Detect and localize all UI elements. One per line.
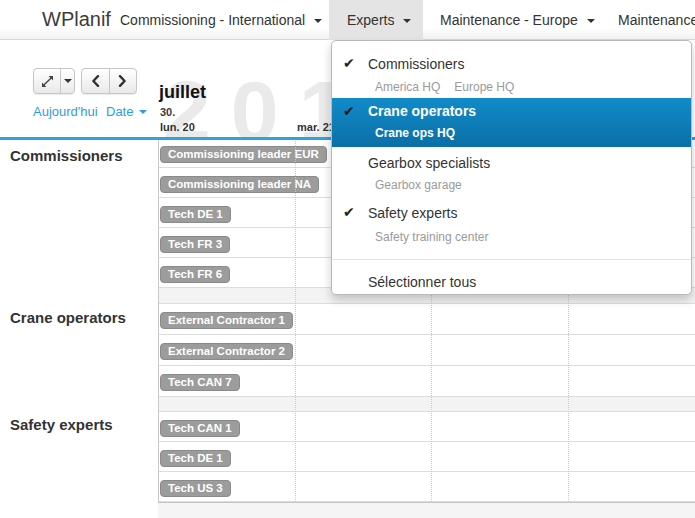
nav-commissioning-international[interactable]: Commissioning - International — [120, 12, 322, 28]
nav-label: Commissioning - International — [120, 12, 305, 28]
timeline-row[interactable]: Tech CAN 7 — [158, 366, 695, 397]
resource-pill[interactable]: Tech CAN 7 — [160, 374, 240, 391]
day-header-mon: lun. 20 — [160, 121, 195, 133]
resource-pill[interactable]: Tech FR 3 — [160, 236, 230, 253]
resource-pill[interactable]: Commissioning leader EUR — [160, 146, 327, 163]
resource-pill[interactable]: Tech US 3 — [160, 480, 231, 497]
menu-item-gearbox-specialists[interactable]: Gearbox specialists — [368, 154, 490, 172]
menu-subitem-safety-training-center[interactable]: Safety training center — [375, 229, 488, 245]
view-button-group — [33, 68, 75, 94]
navbar: WPlanif Commissioning - International Ex… — [0, 0, 695, 40]
experts-dropdown-menu: ✔ Commissioners America HQEurope HQ ✔ Cr… — [331, 40, 692, 295]
menu-subitem-crane-ops-hq[interactable]: Crane ops HQ — [375, 125, 455, 141]
menu-item-commissioners[interactable]: Commissioners — [368, 55, 464, 73]
month-title: juillet — [159, 82, 206, 103]
day-header-tue: mar. 21 — [297, 121, 335, 133]
nav-label: Experts — [347, 12, 411, 28]
resource-pill[interactable]: External Contractor 2 — [160, 343, 293, 360]
chevron-left-icon — [91, 75, 100, 87]
group-separator — [158, 397, 695, 412]
check-icon: ✔ — [343, 55, 355, 71]
menu-item-crane-operators[interactable]: Crane operators — [368, 102, 476, 120]
rows-crane-operators: External Contractor 1 External Contracto… — [158, 304, 695, 397]
resource-group-crane-operators: Crane operators — [10, 309, 126, 326]
date-menu-link[interactable]: Date — [106, 104, 147, 119]
check-icon: ✔ — [343, 103, 355, 119]
chevron-down-icon — [403, 19, 411, 23]
resource-pill[interactable]: Tech CAN 1 — [160, 420, 240, 437]
previous-button[interactable] — [82, 69, 109, 93]
chevron-right-icon — [118, 75, 127, 87]
nav-maintenance-europe[interactable]: Maintenance - Europe — [440, 12, 595, 28]
nav-label: Maintenance - Europe — [440, 12, 578, 28]
resource-pill[interactable]: Tech DE 1 — [160, 206, 231, 223]
resize-full-icon — [41, 75, 54, 88]
navigation-button-group — [81, 68, 137, 94]
menu-divider — [332, 259, 691, 260]
resource-pill[interactable]: Tech FR 6 — [160, 266, 230, 283]
chevron-down-icon — [139, 110, 147, 114]
resource-group-safety-experts: Safety experts — [10, 416, 113, 433]
menu-subitems: America HQEurope HQ — [375, 79, 528, 95]
today-link[interactable]: Aujourd'hui — [33, 104, 98, 119]
grid-footer-band — [158, 502, 695, 518]
timeline-row[interactable]: Tech CAN 1 — [158, 412, 695, 442]
resource-group-commissioners: Commissioners — [10, 147, 123, 164]
check-icon: ✔ — [343, 204, 355, 220]
timeline-row[interactable]: External Contractor 2 — [158, 335, 695, 366]
menu-subitem-america-hq[interactable]: America HQ — [375, 80, 440, 94]
grid-left-border — [158, 138, 159, 502]
menu-item-select-all[interactable]: Sélectionner tous — [332, 267, 691, 295]
menu-item-safety-experts[interactable]: Safety experts — [368, 204, 458, 222]
timeline-row[interactable]: Tech DE 1 — [158, 442, 695, 472]
timeline-row[interactable]: Tech US 3 — [158, 472, 695, 502]
select-all-label: Sélectionner tous — [368, 274, 476, 290]
menu-subitem-gearbox-garage[interactable]: Gearbox garage — [375, 177, 462, 193]
chevron-down-icon — [314, 19, 322, 23]
wplanif-app: 2015 juillet 30. lun. 20 mar. 21 Commiss… — [0, 0, 695, 518]
date-menu-label: Date — [106, 104, 133, 119]
nav-experts[interactable]: Experts — [329, 0, 423, 40]
view-dropdown-button[interactable] — [60, 69, 74, 93]
resource-pill[interactable]: External Contractor 1 — [160, 312, 293, 329]
nav-maintenance-2[interactable]: Maintenance - — [618, 12, 695, 28]
rows-safety-experts: Tech CAN 1 Tech DE 1 Tech US 3 — [158, 412, 695, 502]
resource-pill[interactable]: Tech DE 1 — [160, 450, 231, 467]
nav-label: Maintenance - — [618, 12, 695, 28]
next-button[interactable] — [109, 69, 136, 93]
chevron-down-icon — [587, 19, 595, 23]
week-number: 30. — [160, 106, 175, 118]
timeline-row[interactable]: External Contractor 1 — [158, 304, 695, 335]
expand-view-button[interactable] — [34, 69, 60, 93]
menu-subitem-europe-hq[interactable]: Europe HQ — [454, 80, 514, 94]
chevron-down-icon — [64, 79, 72, 83]
app-brand[interactable]: WPlanif — [42, 8, 111, 31]
menu-item-crane-operators-active[interactable]: ✔ Crane operators Crane ops HQ — [332, 98, 691, 147]
day-divider — [295, 138, 296, 502]
